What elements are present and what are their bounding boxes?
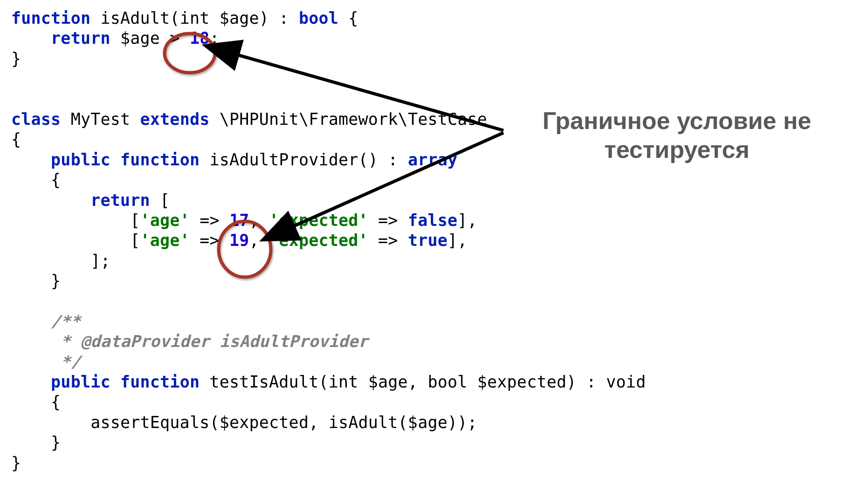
tok: } bbox=[11, 49, 21, 68]
slide-root: function isAdult(int $age) : bool { retu… bbox=[0, 0, 868, 503]
tok-array: array bbox=[408, 150, 457, 169]
tok: ; bbox=[209, 29, 219, 48]
tok: => bbox=[368, 231, 408, 250]
tok-age: 'age' bbox=[140, 211, 190, 230]
annotation-caption: Граничное условие не тестируется bbox=[514, 106, 840, 164]
docblock: */ bbox=[11, 353, 81, 371]
tok bbox=[11, 150, 51, 169]
docblock: /** bbox=[11, 312, 81, 331]
tok: => bbox=[368, 211, 408, 230]
caption-line-2: тестируется bbox=[604, 136, 750, 163]
tok: , bbox=[249, 231, 269, 250]
tok: { bbox=[11, 393, 61, 411]
tok: => bbox=[190, 231, 229, 250]
tok-public-function: public function bbox=[51, 373, 200, 391]
tok: , bbox=[249, 211, 269, 230]
tok: { bbox=[11, 130, 21, 149]
docblock: * bbox=[11, 332, 81, 351]
tok: assertEquals($expected, isAdult($age)); bbox=[11, 413, 477, 432]
tok: ]; bbox=[11, 252, 110, 270]
tok: testIsAdult(int $age, bool $expected) : … bbox=[200, 373, 646, 391]
tok-expected: 'expected' bbox=[269, 231, 368, 250]
tok: ], bbox=[457, 211, 477, 230]
tok-extends: extends bbox=[140, 110, 210, 129]
docblock: isAdultProvider bbox=[209, 332, 368, 351]
caption-line-1: Граничное условие не bbox=[543, 107, 812, 134]
tok: [ bbox=[11, 231, 140, 250]
tok-class: class bbox=[11, 110, 61, 129]
tok: isAdult(int $age) : bbox=[90, 9, 299, 27]
tok-true: true bbox=[408, 231, 448, 250]
tok-age: 'age' bbox=[140, 231, 190, 250]
docblock-tag: @dataProvider bbox=[81, 332, 210, 351]
tok-public-function: public function bbox=[51, 150, 200, 169]
tok: [ bbox=[150, 191, 170, 210]
tok-18: 18 bbox=[190, 29, 210, 48]
tok: => bbox=[190, 211, 229, 230]
tok: $age > bbox=[110, 29, 190, 48]
tok: } bbox=[11, 272, 61, 290]
tok: ], bbox=[448, 231, 468, 250]
tok-19: 19 bbox=[229, 231, 249, 250]
tok bbox=[11, 191, 90, 210]
tok-false: false bbox=[408, 211, 457, 230]
tok: [ bbox=[11, 211, 140, 230]
tok-return: return bbox=[90, 191, 150, 210]
tok: \PHPUnit\Framework\TestCase bbox=[209, 110, 487, 129]
tok-function: function bbox=[11, 9, 90, 27]
tok: { bbox=[338, 9, 358, 27]
code-snippet: function isAdult(int $age) : bool { retu… bbox=[11, 8, 646, 473]
tok: } bbox=[11, 454, 21, 472]
tok-return: return bbox=[51, 29, 110, 48]
tok: } bbox=[11, 433, 61, 452]
tok: isAdultProvider() : bbox=[200, 150, 408, 169]
tok bbox=[11, 373, 51, 391]
tok-expected: 'expected' bbox=[269, 211, 368, 230]
tok bbox=[11, 29, 51, 48]
tok-bool: bool bbox=[299, 9, 338, 27]
tok: MyTest bbox=[61, 110, 140, 129]
tok-17: 17 bbox=[229, 211, 249, 230]
tok: { bbox=[11, 170, 61, 189]
